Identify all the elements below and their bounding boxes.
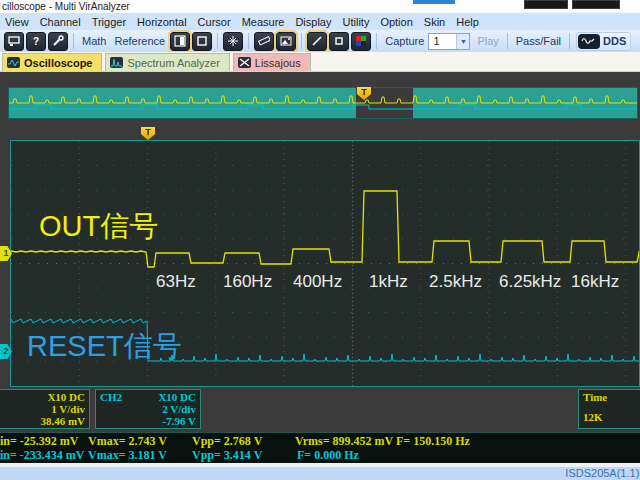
ch2-label: CH2: [100, 391, 122, 403]
ch2-frequency: F= 0.000 Hz: [297, 448, 359, 463]
menu-bar: View Channel Trigger Horizontal Cursor M…: [0, 13, 640, 30]
save-image-button[interactable]: [276, 32, 296, 51]
app-window: cilloscope - Multi VirAnalyzer View Chan…: [0, 0, 640, 480]
tab-spectrum-analyzer[interactable]: Spectrum Analyzer: [105, 53, 229, 71]
toolbar-separator: [73, 33, 74, 49]
math-button[interactable]: Math: [82, 35, 106, 47]
menu-utility[interactable]: Utility: [343, 16, 370, 28]
tab-lissajous[interactable]: Lissajous: [233, 53, 311, 71]
side-panel-icon: [174, 35, 186, 47]
ch2-info-panel[interactable]: CH2 X10 DC 2 V/div -7.96 V: [95, 389, 201, 429]
ch1-measurements: in= -25.392 mV Vmax= 2.743 V Vpp= 2.768 …: [0, 434, 640, 448]
menu-skin[interactable]: Skin: [424, 16, 445, 28]
menu-option[interactable]: Option: [380, 16, 412, 28]
play-button[interactable]: Play: [477, 35, 498, 47]
overview-waveform: [9, 88, 637, 118]
ch2-scale: 2 V/div: [100, 403, 196, 415]
ruler-icon: [258, 35, 270, 47]
menu-measure[interactable]: Measure: [242, 16, 285, 28]
ch1-probe: X10 DC: [47, 391, 85, 403]
background-window-fragment: [524, 0, 568, 9]
monitor-icon: [8, 35, 20, 47]
toolbar-separator: [217, 33, 218, 49]
freq-label-1khz: 1kHz: [369, 272, 408, 292]
stop-button[interactable]: [329, 32, 349, 51]
crosshair-button[interactable]: [223, 32, 243, 51]
menu-cursor[interactable]: Cursor: [198, 16, 231, 28]
toolbar-separator: [376, 33, 377, 49]
freq-label-2.5khz: 2.5kHz: [429, 272, 482, 292]
tab-label: Lissajous: [255, 57, 301, 69]
background-window-fragment: [572, 0, 620, 9]
capture-count-select[interactable]: 1 ▼: [428, 33, 470, 50]
record-overview-strip[interactable]: [8, 87, 638, 119]
toolbar-separator: [248, 33, 249, 49]
sample-depth: 12K: [583, 411, 640, 423]
diagonal-line-icon: [311, 35, 323, 47]
reset-signal-annotation: RESET信号: [27, 327, 182, 367]
tools-button[interactable]: [48, 32, 68, 51]
ch1-frequency: F= 150.150 Hz: [396, 434, 470, 449]
screenshot-button[interactable]: [4, 32, 24, 51]
line-draw-button[interactable]: [307, 32, 327, 51]
freq-label-400hz: 400Hz: [293, 272, 342, 292]
ch1-offset: 38.46 mV: [0, 415, 85, 427]
tab-label: Spectrum Analyzer: [127, 57, 219, 69]
frame-icon: [196, 35, 208, 47]
trigger-position-marker[interactable]: T: [141, 127, 155, 140]
tab-label: Oscilloscope: [24, 57, 92, 69]
ch1-vrms: Vrms= 899.452 mV: [295, 434, 393, 449]
capture-count-value: 1: [429, 35, 456, 47]
background-window-fragment: [413, 0, 455, 4]
fullscreen-button[interactable]: [192, 32, 212, 51]
device-model-status: ISDS205A(1.1)(: [565, 467, 640, 479]
status-bar: ISDS205A(1.1)(: [0, 467, 640, 480]
dds-button[interactable]: DDS: [576, 32, 631, 51]
pass-fail-button[interactable]: Pass/Fail: [516, 35, 561, 47]
freq-label-63hz: 63Hz: [156, 272, 196, 292]
ch2-offset: -7.96 V: [100, 415, 196, 427]
stop-square-icon: [333, 35, 345, 47]
lissajous-icon: [238, 57, 251, 68]
ch1-vmin: in= -25.392 mV: [0, 434, 79, 449]
ch2-vmin: in= -233.434 mV: [0, 448, 85, 463]
tab-oscilloscope[interactable]: Oscilloscope: [2, 53, 102, 71]
timebase-panel[interactable]: Time 12K: [578, 389, 640, 429]
window-title: cilloscope - Multi VirAnalyzer: [2, 1, 130, 12]
measure-tool-button[interactable]: [254, 32, 274, 51]
menu-display[interactable]: Display: [295, 16, 331, 28]
palette-icon: [355, 35, 367, 47]
ch2-probe: X10 DC: [158, 391, 196, 403]
question-icon: ?: [33, 36, 39, 47]
panel-toggle-button[interactable]: [170, 32, 190, 51]
toolbar: ? Math Reference: [0, 30, 640, 52]
color-palette-button[interactable]: [351, 32, 371, 51]
menu-trigger[interactable]: Trigger: [92, 16, 126, 28]
menu-view[interactable]: View: [5, 16, 29, 28]
ch2-vmax: Vmax= 3.181 V: [88, 448, 167, 463]
freq-label-6.25khz: 6.25kHz: [499, 272, 561, 292]
chevron-down-icon[interactable]: ▼: [456, 34, 469, 49]
menu-horizontal[interactable]: Horizontal: [137, 16, 187, 28]
reference-button[interactable]: Reference: [114, 35, 165, 47]
spectrum-icon: [110, 57, 123, 68]
toolbar-separator: [301, 33, 302, 49]
dds-label: DDS: [603, 35, 626, 47]
menu-channel[interactable]: Channel: [40, 16, 81, 28]
ch2-vpp: Vpp= 3.414 V: [192, 448, 262, 463]
ch1-vpp: Vpp= 2.768 V: [192, 434, 262, 449]
freq-label-16khz: 16kHz: [571, 272, 619, 292]
measurement-readout: in= -25.392 mV Vmax= 2.743 V Vpp= 2.768 …: [0, 432, 640, 464]
wrench-icon: [52, 35, 64, 47]
waveform-display[interactable]: OUT信号 RESET信号 63Hz 160Hz 400Hz 1kHz 2.5k…: [10, 140, 640, 387]
ch1-scale: 1 V/div: [0, 403, 85, 415]
timebase-label: Time: [583, 391, 640, 403]
help-button[interactable]: ?: [26, 32, 46, 51]
toolbar-separator: [507, 33, 508, 49]
view-tab-bar: Oscilloscope Spectrum Analyzer Lissajous: [0, 52, 640, 72]
ch1-info-panel[interactable]: 1 X10 DC 1 V/div 38.46 mV: [0, 389, 90, 429]
ch1-vmax: Vmax= 2.743 V: [88, 434, 167, 449]
freq-label-160hz: 160Hz: [223, 272, 272, 292]
menu-help[interactable]: Help: [456, 16, 479, 28]
capture-label: Capture: [385, 35, 424, 47]
